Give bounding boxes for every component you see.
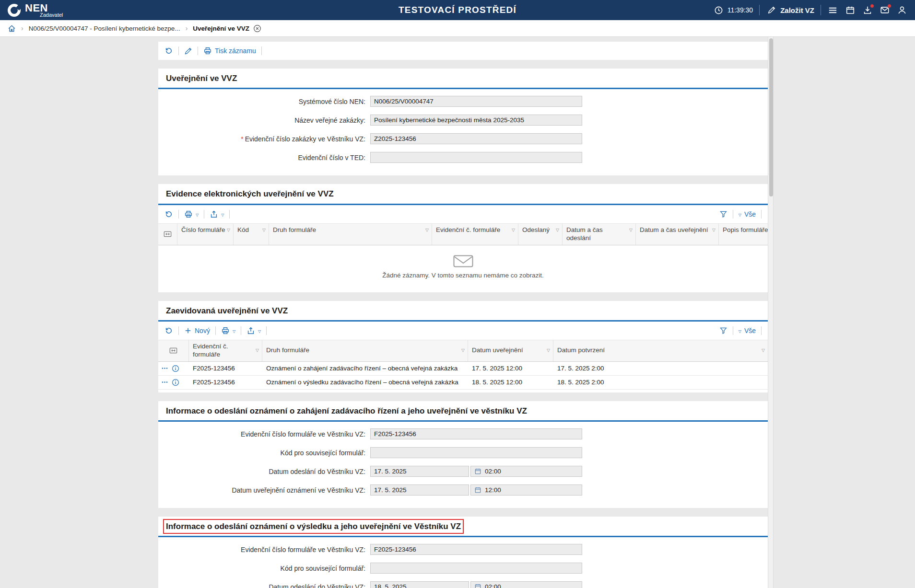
app-logo[interactable]: NEN Zadavatel — [8, 3, 63, 18]
calendar-icon[interactable] — [474, 468, 481, 475]
time-value: 12:00 — [485, 486, 501, 494]
filter-icon[interactable] — [719, 210, 727, 218]
export-button[interactable]: ▽ — [246, 326, 261, 335]
filter-dropdown-icon[interactable]: ▽ — [461, 348, 465, 353]
column-header[interactable]: Popis formuláře — [719, 224, 768, 245]
divider — [241, 326, 241, 335]
cell-evidencni-cislo: F2025-123456 — [189, 365, 262, 372]
form-row: Evidenční číslo formuláře ve Věstníku VZ… — [158, 544, 768, 555]
table-row[interactable]: F2025-123456 Oznámení o výsledku zadávac… — [158, 376, 768, 390]
info-icon[interactable] — [172, 365, 179, 372]
column-header[interactable]: Evidenční č. formuláře▽ — [432, 224, 518, 245]
evidencni-cislo-formulare-field[interactable]: F2025-123456 — [370, 428, 582, 439]
menu-icon[interactable] — [827, 5, 838, 16]
create-vz-button[interactable]: Založit VZ — [766, 5, 814, 16]
filter-dropdown-icon[interactable]: ▽ — [629, 226, 633, 234]
filter-dropdown-icon[interactable]: ▽ — [256, 348, 259, 353]
close-icon[interactable] — [253, 24, 261, 33]
breadcrumb-current-tab[interactable]: Uveřejnění ve VVZ — [193, 24, 261, 33]
empty-state: Žádné záznamy. V tomto seznamu nemáme co… — [158, 245, 768, 292]
column-header[interactable]: Datum uveřejnění▽ — [468, 340, 553, 361]
kod-souvisejici-formular-field[interactable] — [370, 447, 582, 458]
print-button[interactable]: ▽ — [221, 326, 235, 335]
more-options-icon[interactable] — [161, 379, 168, 386]
download-icon[interactable] — [862, 5, 873, 16]
divider — [261, 46, 262, 55]
calendar-icon[interactable] — [474, 583, 481, 588]
field-label: Datum odeslání do Věstníku VZ: — [158, 468, 370, 475]
column-header[interactable]: Evidenční č. formuláře▽ — [189, 340, 262, 361]
edit-icon — [766, 5, 777, 16]
datum-odeslani-time-field[interactable]: 02:00 — [470, 581, 582, 588]
new-button[interactable]: Nový — [184, 327, 210, 334]
systemove-cislo-nen-field[interactable]: N006/25/V00004747 — [370, 96, 582, 107]
top-bar: NEN Zadavatel TESTOVACÍ PROSTŘEDÍ 11:39:… — [0, 0, 915, 20]
nen-logo-icon — [8, 4, 21, 17]
home-icon[interactable] — [7, 24, 16, 33]
column-header[interactable]: Číslo formuláře▽ — [177, 224, 234, 245]
evidencni-cislo-vestnik-field[interactable]: Z2025-123456 — [370, 133, 582, 144]
clock-text: 11:39:30 — [727, 6, 753, 14]
more-options-icon[interactable] — [161, 365, 168, 372]
column-header[interactable]: Druh formuláře▽ — [262, 340, 468, 361]
mail-icon[interactable] — [879, 5, 890, 16]
table-row[interactable]: F2025-123456 Oznámení o zahájení zadávac… — [158, 362, 768, 376]
print-record-button[interactable]: Tisk záznamu — [203, 46, 256, 55]
field-label: Datum odeslání do Věstníku VZ: — [158, 583, 370, 588]
datum-odeslani-date-field[interactable]: 17. 5. 2025 — [370, 466, 469, 477]
info-icon[interactable] — [172, 379, 179, 386]
filter-dropdown-icon[interactable]: ▽ — [762, 348, 765, 353]
filter-dropdown-icon[interactable]: ▽ — [425, 226, 429, 234]
cell-druh-formulare: Oznámení o zahájení zadávacího řízení – … — [262, 365, 468, 372]
filter-icon[interactable] — [719, 326, 727, 334]
datum-odeslani-date-field[interactable]: 18. 5. 2025 — [370, 581, 469, 588]
column-header[interactable]: Kód▽ — [234, 224, 269, 245]
column-header[interactable]: Datum a čas uveřejnění▽ — [636, 224, 719, 245]
datum-uverejneni-time-field[interactable]: 12:00 — [470, 484, 582, 496]
filter-dropdown-icon[interactable]: ▽ — [556, 226, 559, 234]
calendar-icon[interactable] — [845, 5, 856, 16]
datum-odeslani-time-field[interactable]: 02:00 — [470, 466, 582, 477]
column-settings-button[interactable] — [158, 224, 177, 245]
evidencni-cislo-ted-field[interactable] — [370, 152, 582, 163]
dropdown-icon: ▽ — [196, 211, 199, 217]
filter-all-label: Vše — [744, 327, 756, 334]
user-icon[interactable] — [896, 5, 907, 16]
refresh-button[interactable] — [164, 326, 173, 335]
divider — [821, 5, 821, 15]
datum-uverejneni-date-field[interactable]: 17. 5. 2025 — [370, 484, 469, 496]
filter-dropdown-icon[interactable]: ▽ — [512, 226, 515, 234]
column-settings-button[interactable] — [158, 340, 189, 361]
section-title: Uveřejnění ve VVZ — [158, 69, 768, 89]
column-header[interactable]: Datum a čas odeslání▽ — [563, 224, 636, 245]
form-row: *Evidenční číslo zakázky ve Věstníku VZ:… — [158, 133, 768, 144]
scrollbar-thumb[interactable] — [769, 38, 773, 196]
filter-dropdown-icon[interactable]: ▽ — [547, 348, 550, 353]
filter-dropdown-icon[interactable]: ▽ — [227, 226, 230, 234]
filter-all-button[interactable]: ▽ Vše — [739, 210, 756, 218]
column-header[interactable]: Druh formuláře▽ — [269, 224, 432, 245]
vertical-scrollbar[interactable] — [768, 37, 774, 588]
form-row: Datum uveřejnění oznámení ve Věstníku VZ… — [158, 484, 768, 496]
calendar-icon[interactable] — [474, 486, 481, 494]
section-info-zahajeni: Informace o odeslání oznámení o zahájení… — [158, 401, 768, 508]
evidencni-cislo-formulare-field[interactable]: F2025-123456 — [370, 544, 582, 555]
filter-all-button[interactable]: ▽ Vše — [739, 327, 756, 334]
form-row: Kód pro související formulář: — [158, 447, 768, 458]
form-row: Datum odeslání do Věstníku VZ: 18. 5. 20… — [158, 581, 768, 588]
kod-souvisejici-formular-field[interactable] — [370, 563, 582, 574]
filter-dropdown-icon[interactable]: ▽ — [712, 226, 716, 234]
print-button[interactable]: ▽ — [184, 210, 199, 219]
column-header[interactable]: Odeslaný▽ — [518, 224, 563, 245]
refresh-button[interactable] — [164, 210, 173, 219]
refresh-button[interactable] — [164, 46, 173, 55]
nazev-verejne-zakazky-field[interactable]: Posílení kybernetické bezpečnosti města … — [370, 115, 582, 126]
export-button[interactable]: ▽ — [210, 210, 224, 219]
column-header[interactable]: Datum potvrzení▽ — [553, 340, 768, 361]
breadcrumb-record[interactable]: N006/25/V00004747 - Posílení kybernetick… — [29, 25, 180, 32]
record-toolbar: Tisk záznamu — [158, 42, 768, 60]
filter-dropdown-icon[interactable]: ▽ — [262, 226, 266, 234]
highlighted-section-title: Informace o odeslání oznámení o výsledku… — [166, 522, 461, 531]
filter-all-label: Vše — [744, 210, 756, 218]
edit-record-button[interactable] — [184, 47, 192, 55]
